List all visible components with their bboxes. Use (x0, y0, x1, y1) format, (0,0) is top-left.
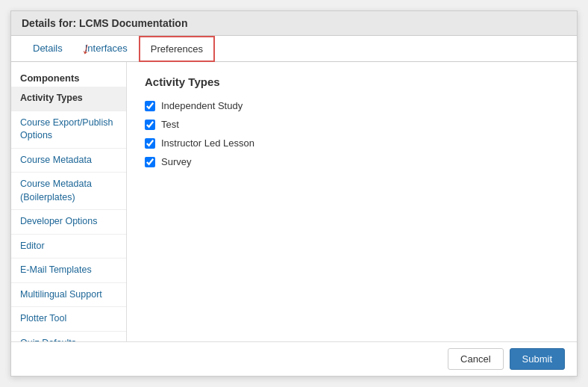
checkbox-independent-study-input[interactable] (145, 101, 155, 111)
tab-preferences[interactable]: Preferences (139, 36, 215, 62)
sidebar-item-course-metadata-boilerplates[interactable]: Course Metadata (Boilerplates) (11, 173, 126, 210)
sidebar-item-multilingual[interactable]: Multilingual Support (11, 283, 126, 308)
checkbox-test-input[interactable] (145, 120, 155, 130)
modal-title: Details for: LCMS Documentation (11, 11, 577, 36)
tab-interfaces[interactable]: Interfaces (74, 36, 139, 62)
checkbox-survey: Survey (145, 156, 559, 167)
sidebar-item-developer-options[interactable]: Developer Options (11, 210, 126, 235)
checkbox-instructor-led-input[interactable] (145, 138, 155, 149)
sidebar-heading: Components (11, 68, 126, 87)
checkbox-survey-label: Survey (161, 156, 191, 167)
cancel-button[interactable]: Cancel (448, 348, 503, 370)
checkbox-independent-study-label: Independent Study (161, 100, 243, 111)
checkbox-independent-study: Independent Study (145, 100, 559, 111)
sidebar: Components Activity Types Course Export/… (11, 62, 127, 341)
content-title: Activity Types (145, 75, 559, 88)
sidebar-item-quiz-defaults[interactable]: Quiz Defaults (11, 332, 126, 342)
modal: Details for: LCMS Documentation Details … (10, 10, 578, 377)
checkbox-test: Test (145, 119, 559, 130)
content-area: Activity Types Independent Study Test In… (127, 62, 577, 341)
checkbox-survey-input[interactable] (145, 157, 155, 167)
modal-body: Components Activity Types Course Export/… (11, 62, 577, 341)
checkbox-instructor-led-label: Instructor Led Lesson (161, 137, 254, 149)
modal-footer: Cancel Submit (11, 341, 577, 376)
sidebar-item-course-metadata[interactable]: Course Metadata (11, 149, 126, 173)
sidebar-item-plotter[interactable]: Plotter Tool (11, 307, 126, 332)
sidebar-item-editor[interactable]: Editor (11, 235, 126, 259)
sidebar-item-course-export[interactable]: Course Export/Publish Options (11, 111, 126, 149)
submit-button[interactable]: Submit (510, 348, 565, 370)
sidebar-item-activity-types[interactable]: Activity Types (11, 87, 126, 111)
modal-tabs: Details Interfaces Preferences ↓ (11, 36, 577, 62)
checkbox-test-label: Test (161, 119, 179, 130)
sidebar-item-email-templates[interactable]: E-Mail Templates (11, 258, 126, 283)
tab-details[interactable]: Details (22, 36, 74, 62)
checkbox-instructor-led: Instructor Led Lesson (145, 137, 559, 149)
